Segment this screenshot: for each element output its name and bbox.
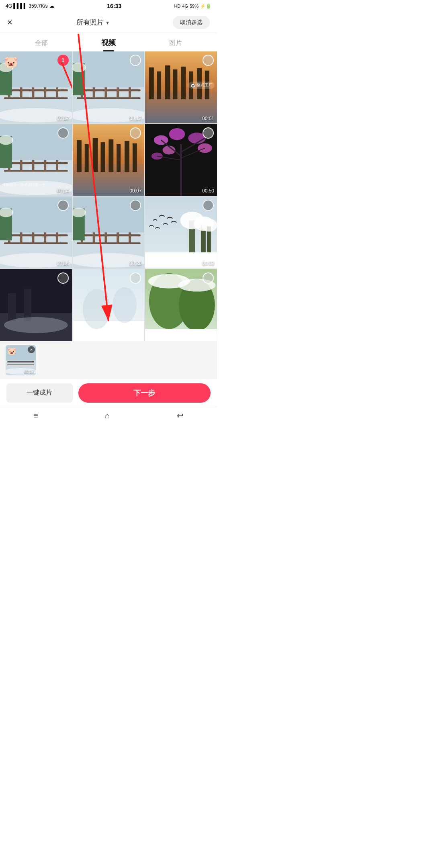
close-button[interactable]: × [7, 17, 12, 28]
duration-9: 00:03 [202, 261, 214, 266]
duration-7: 00:14 [57, 261, 69, 266]
tab-all-label: 全部 [35, 39, 48, 46]
brand-text: 格式工厂 [197, 82, 213, 88]
svg-rect-85 [77, 235, 141, 237]
menu-icon[interactable]: ≡ [33, 411, 38, 420]
watermark-4: 平和恬淡—纵何必情泰一生 [2, 182, 46, 188]
select-indicator-1[interactable]: 1 [57, 55, 69, 66]
svg-point-106 [4, 317, 68, 333]
select-indicator-7[interactable] [57, 200, 69, 211]
svg-rect-21 [117, 87, 119, 98]
next-step-button[interactable]: 下一步 [78, 383, 211, 403]
svg-rect-105 [24, 289, 31, 321]
svg-rect-45 [56, 160, 58, 171]
svg-rect-28 [149, 68, 154, 99]
svg-rect-17 [77, 97, 141, 99]
tab-video-label: 视频 [101, 39, 116, 47]
album-title-container[interactable]: 所有照片 ▾ [76, 18, 109, 27]
grid-item-3[interactable]: 🐼 格式工厂 00:01 [145, 51, 217, 123]
duration-8: 00:30 [129, 261, 141, 266]
svg-rect-6 [20, 87, 23, 98]
svg-rect-51 [84, 144, 88, 172]
svg-rect-116 [145, 329, 217, 341]
home-icon[interactable]: ⌂ [105, 411, 110, 420]
svg-rect-44 [44, 160, 46, 171]
svg-rect-77 [32, 233, 34, 244]
grid-item-8[interactable]: 00:30 [73, 197, 145, 268]
select-indicator-10[interactable] [57, 272, 69, 284]
tabs-bar: 全部 视频 图片 [0, 33, 217, 51]
svg-point-109 [82, 289, 110, 329]
svg-rect-90 [117, 233, 119, 244]
svg-rect-16 [77, 89, 141, 91]
svg-rect-53 [100, 142, 105, 172]
svg-rect-30 [165, 66, 170, 99]
select-number-1: 1 [61, 57, 65, 63]
network-icon: 4G [182, 4, 188, 8]
svg-rect-123 [7, 364, 34, 365]
grid-item-4[interactable]: 平和恬淡—纵何必情泰一生 00:14 [0, 124, 72, 196]
grid-item-6[interactable]: 00:50 [145, 124, 217, 196]
back-icon[interactable]: ↩ [177, 411, 184, 420]
grid-item-9[interactable]: 00:03 [145, 197, 217, 268]
duration-5: 00:07 [129, 188, 141, 194]
svg-rect-29 [157, 72, 161, 99]
svg-rect-42 [20, 160, 23, 171]
svg-rect-32 [181, 67, 186, 99]
svg-rect-54 [108, 139, 113, 172]
remove-selected-button[interactable]: × [28, 346, 35, 353]
svg-point-100 [201, 219, 217, 232]
duration-4: 00:14 [57, 188, 69, 194]
select-indicator-5[interactable] [130, 127, 141, 139]
svg-rect-56 [125, 141, 129, 172]
svg-point-60 [169, 128, 185, 140]
speed-label: 359.7K/s [29, 3, 47, 9]
status-time: 16:33 [107, 3, 121, 9]
svg-rect-19 [92, 87, 95, 98]
grid-item-11[interactable] [73, 269, 145, 341]
svg-point-63 [198, 143, 212, 153]
battery-label: 59% [190, 4, 199, 8]
media-grid: 🐷 1 00:17 [0, 51, 217, 341]
svg-rect-8 [44, 87, 46, 98]
duration-2: 00:17 [129, 116, 141, 121]
svg-rect-57 [133, 143, 137, 172]
select-indicator-4[interactable] [57, 127, 69, 139]
status-left: 4G ▌▌▌▌ 359.7K/s ☁ [6, 3, 54, 9]
selected-pig-sticker: 🐷 [7, 347, 16, 356]
svg-rect-79 [56, 233, 58, 244]
status-right: HD 4G 59% ⚡🔋 [174, 4, 211, 9]
svg-rect-50 [77, 140, 82, 172]
svg-rect-86 [77, 242, 141, 244]
svg-rect-89 [104, 233, 107, 244]
tab-photo[interactable]: 图片 [169, 39, 182, 51]
tab-photo-label: 图片 [169, 39, 182, 46]
duration-3: 00:01 [202, 116, 214, 121]
selected-thumb-1[interactable]: 🐷 × 00:17 [6, 345, 36, 375]
select-indicator-6[interactable] [203, 127, 214, 139]
grid-item-5[interactable]: 00:07 [73, 124, 145, 196]
svg-rect-108 [73, 321, 145, 341]
auto-create-button[interactable]: 一键成片 [6, 383, 73, 403]
tab-all[interactable]: 全部 [35, 39, 48, 51]
svg-point-110 [113, 287, 137, 323]
select-indicator-3[interactable] [203, 55, 214, 66]
album-title: 所有照片 [76, 18, 104, 27]
grid-item-12[interactable] [145, 269, 217, 341]
grid-item-1[interactable]: 🐷 1 00:17 [0, 51, 72, 123]
cloud-icon: ☁ [49, 3, 54, 9]
grid-item-10[interactable] [0, 269, 72, 341]
select-indicator-12[interactable] [203, 272, 214, 284]
duration-6: 00:50 [202, 188, 214, 194]
svg-rect-31 [173, 70, 178, 99]
chevron-down-icon: ▾ [106, 19, 109, 26]
action-bar: 一键成片 下一步 [0, 379, 217, 407]
status-bar: 4G ▌▌▌▌ 359.7K/s ☁ 16:33 HD 4G 59% ⚡🔋 [0, 0, 217, 12]
cancel-multiselect-button[interactable]: 取消多选 [173, 16, 210, 29]
tab-video[interactable]: 视频 [101, 38, 116, 51]
svg-rect-104 [8, 293, 16, 321]
pig-sticker: 🐷 [4, 55, 18, 69]
bottom-nav: ≡ ⌂ ↩ [0, 407, 217, 424]
grid-item-7[interactable]: 00:14 [0, 197, 72, 268]
grid-item-2[interactable]: 00:17 [73, 51, 145, 123]
